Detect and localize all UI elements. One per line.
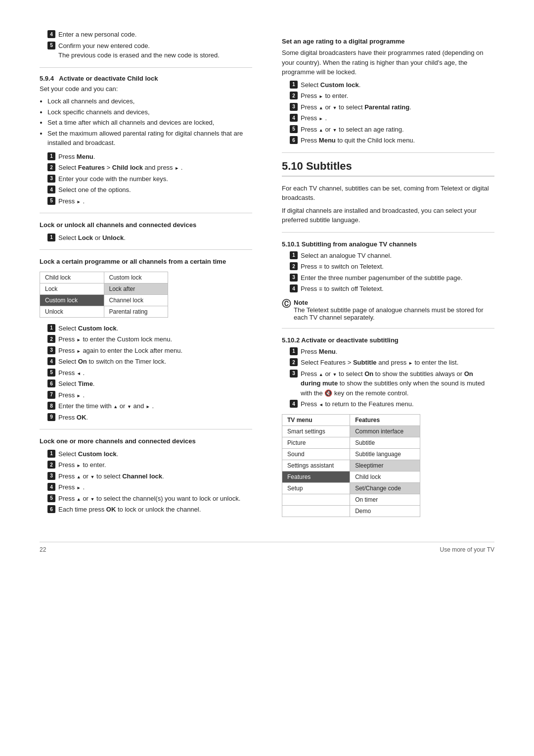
step-number: 3 xyxy=(290,103,298,111)
list-item: 6 Press Menu to quit the Child lock menu… xyxy=(290,136,494,145)
step-text: Press Menu to quit the Child lock menu. xyxy=(301,136,415,145)
table-row: On timer xyxy=(282,494,420,505)
step-number: 2 xyxy=(290,262,298,270)
age-rating-heading: Set an age rating to a digital programme xyxy=(282,38,494,45)
step-number: 2 xyxy=(290,92,298,99)
step-number: 4 xyxy=(47,30,55,38)
age-rating-intro: Some digital broadcasters have their pro… xyxy=(282,48,494,77)
step-text: Select On to switch on the Timer lock. xyxy=(58,357,166,367)
step-text: Press or to select the channel(s) you wa… xyxy=(58,494,240,504)
step-number: 3 xyxy=(290,274,298,282)
section-5102-title: 5.10.2 Activate or deactivate subtitling xyxy=(282,336,494,344)
step-number: 8 xyxy=(47,402,55,410)
features-table: TV menu Features Smart settings Common i… xyxy=(282,414,420,517)
step-text: Press or to select On to show the subtit… xyxy=(301,369,494,398)
list-item: 5 Press or to select an age rating. xyxy=(290,125,494,135)
step-number: 1 xyxy=(47,324,55,332)
step-text: Press Menu. xyxy=(58,152,95,162)
section-5101-title: 5.10.1 Subtitling from analogue TV chann… xyxy=(282,240,494,248)
table-cell: Subtitle xyxy=(350,437,420,448)
table-cell: Common interface xyxy=(350,425,420,437)
intro-steps: 4 Enter a new personal code. 5 Confirm y… xyxy=(47,30,252,60)
step-text: Press or to select Parental rating. xyxy=(301,102,411,112)
step-number: 5 xyxy=(47,494,55,502)
list-item: 3 Enter the three number pagenumber of t… xyxy=(290,273,494,283)
step-number: 1 xyxy=(290,251,298,259)
table-row: Sound Subtitle language xyxy=(282,448,420,460)
step-number: 2 xyxy=(47,335,55,343)
list-item: 5 Confirm your new entered code.The prev… xyxy=(47,41,252,60)
list-item: 4 Press . xyxy=(47,482,252,492)
step-text: Enter the time with or and . xyxy=(58,401,154,411)
step-number: 6 xyxy=(47,505,55,513)
table-cell xyxy=(282,505,350,517)
table-cell: Smart settings xyxy=(282,425,350,437)
list-item: 3 Press again to enter the Lock after me… xyxy=(47,346,252,356)
right-column: Set an age rating to a digital programme… xyxy=(277,30,494,522)
step-text: Select Features > Child lock and press . xyxy=(58,163,182,173)
list-item: 3 Press or to select Parental rating. xyxy=(290,102,494,112)
divider xyxy=(40,429,252,429)
two-column-layout: 4 Enter a new personal code. 5 Confirm y… xyxy=(40,30,494,522)
table-row: Unlock Parental rating xyxy=(40,306,168,317)
table-cell: Set/Change code xyxy=(350,482,420,494)
bullet-item: Set the maximum allowed parental rating … xyxy=(47,129,252,148)
page-footer: 22 Use more of your TV xyxy=(40,542,494,553)
note-content: Note The Teletext subtitle page of analo… xyxy=(294,299,494,321)
list-item: 4 Press to switch off Teletext. xyxy=(290,284,494,294)
section-510-intro2: If digital channels are installed and br… xyxy=(282,206,494,225)
table-cell: Features xyxy=(282,471,350,482)
step-number: 2 xyxy=(47,461,55,469)
step-number: 3 xyxy=(47,472,55,480)
list-item: 1 Press Menu. xyxy=(47,152,252,162)
step-number: 5 xyxy=(290,125,298,133)
table-row: Features Child lock xyxy=(282,471,420,482)
page-container: 4 Enter a new personal code. 5 Confirm y… xyxy=(40,30,494,553)
table-cell: Custom lock xyxy=(40,294,104,306)
section-594-intro: Set your code and you can: xyxy=(40,84,252,94)
step-text: Confirm your new entered code.The previo… xyxy=(58,41,220,60)
step-number: 3 xyxy=(290,370,298,378)
step-number: 2 xyxy=(47,163,55,171)
step-number: 5 xyxy=(47,197,55,205)
step-text: Press to switch on Teletext. xyxy=(301,262,384,272)
list-item: 1 Select Custom lock. xyxy=(47,449,252,459)
page-number: 22 xyxy=(40,546,46,553)
bullet-item: Set a time after which all channels and … xyxy=(47,118,252,128)
step-text: Press again to enter the Lock after menu… xyxy=(58,346,182,356)
step-text: Press Menu. xyxy=(301,347,337,357)
table-cell: Lock after xyxy=(104,283,168,294)
step-text: Press . xyxy=(58,368,85,378)
step-number: 5 xyxy=(47,42,55,49)
step-text: Press or to select an age rating. xyxy=(301,125,404,135)
table-row: Setup Set/Change code xyxy=(282,482,420,494)
list-item: 8 Enter the time with or and . xyxy=(47,401,252,411)
lock-unlock-heading: Lock or unlock all channels and connecte… xyxy=(40,220,252,230)
table-cell: Unlock xyxy=(40,306,104,317)
list-item: 6 Select Time. xyxy=(47,379,252,389)
table-row: Picture Subtitle xyxy=(282,437,420,448)
step-text: Press to return to the Features menu. xyxy=(301,399,414,409)
step-number: 7 xyxy=(47,391,55,399)
list-item: 1 Select an analogue TV channel. xyxy=(290,251,494,261)
table-row: Demo xyxy=(282,505,420,517)
table-row: Smart settings Common interface xyxy=(282,425,420,437)
table-header-row: Child lock Custom lock xyxy=(40,272,168,283)
step-text: Select an analogue TV channel. xyxy=(301,251,392,261)
step-text: Press to enter. xyxy=(301,91,348,101)
bullet-item: Lock specific channels and devices, xyxy=(47,107,252,117)
step-number: 4 xyxy=(47,357,55,365)
step-number: 1 xyxy=(290,347,298,355)
list-item: 9 Press OK. xyxy=(47,413,252,423)
list-item: 6 Each time press OK to lock or unlock t… xyxy=(47,505,252,515)
section-5101-steps: 1 Select an analogue TV channel. 2 Press… xyxy=(290,251,494,294)
note-heading: Note xyxy=(294,299,308,306)
step-number: 4 xyxy=(290,114,298,122)
table-cell: Settings assistant xyxy=(282,460,350,471)
list-item: 5 Press . xyxy=(47,196,252,206)
step-text: Select Time. xyxy=(58,379,94,389)
step-number: 4 xyxy=(290,400,298,408)
table-cell xyxy=(282,494,350,505)
step-number: 1 xyxy=(47,152,55,160)
list-item: 2 Press to enter the Custom lock menu. xyxy=(47,334,252,344)
